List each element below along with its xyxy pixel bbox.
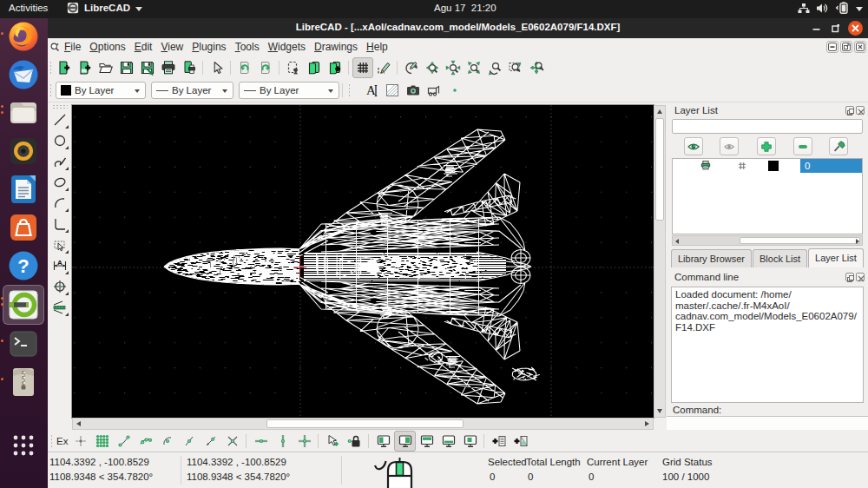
command-input[interactable] — [667, 416, 868, 430]
ellipse-tool[interactable] — [49, 172, 70, 193]
dock-item-firefox[interactable] — [7, 20, 40, 53]
hatch-tool-button[interactable] — [382, 80, 403, 101]
snap-middle-button[interactable] — [178, 431, 200, 452]
menu-plugins[interactable]: Plugins — [187, 38, 230, 56]
add-layer-widget-button[interactable] — [510, 431, 531, 452]
new-drawing-button[interactable] — [54, 57, 75, 78]
command-history[interactable]: Loaded document: /home/master/.cache/.fr… — [671, 287, 864, 403]
restrict-orthogonal-button[interactable] — [293, 431, 315, 452]
grid-toggle-button[interactable] — [352, 57, 373, 78]
scroll-up-icon[interactable] — [657, 109, 662, 114]
canvas-vertical-scrollbar[interactable] — [654, 105, 666, 418]
layer-show-all-button[interactable] — [684, 137, 703, 155]
lock-relative-zero-button[interactable] — [344, 431, 365, 452]
snap-grid-button[interactable] — [91, 431, 113, 452]
point-tool-button[interactable] — [444, 80, 465, 101]
dock-float-icon[interactable] — [845, 106, 854, 115]
menu-widgets[interactable]: Widgets — [264, 38, 310, 56]
layer-table[interactable]: 0 — [672, 158, 863, 234]
linetype-combobox[interactable]: By Layer — [151, 82, 233, 99]
layer-add-button[interactable] — [757, 137, 776, 155]
tray-chevron-down-icon[interactable] — [856, 7, 863, 11]
redo-button[interactable] — [255, 57, 276, 78]
dock-close-icon[interactable] — [856, 273, 865, 281]
tab-layer-list[interactable]: Layer List — [808, 248, 864, 267]
layer-filter-input[interactable] — [672, 119, 863, 134]
tab-library-browser[interactable]: Library Browser — [671, 249, 752, 267]
menu-file[interactable]: File — [60, 38, 85, 56]
snap-entity-button[interactable] — [135, 431, 156, 452]
layer-remove-button[interactable] — [793, 137, 812, 155]
line-tool[interactable] — [49, 109, 70, 130]
open-drawing-button[interactable] — [95, 57, 116, 78]
menu-help[interactable]: Help — [362, 38, 392, 56]
snap-intersection-button[interactable] — [221, 431, 243, 452]
layer-row-0[interactable]: 0 — [673, 159, 862, 173]
menu-view[interactable]: View — [156, 38, 187, 56]
zoom-pan-button[interactable] — [526, 57, 547, 78]
dock-close-icon[interactable] — [856, 106, 865, 115]
circle-tool[interactable] — [49, 130, 70, 151]
system-tray[interactable] — [798, 2, 863, 14]
dock-left-button[interactable] — [372, 431, 394, 452]
cad-canvas[interactable] — [72, 105, 654, 418]
layer-hide-all-button[interactable] — [720, 137, 739, 155]
zoom-window-button[interactable] — [505, 57, 526, 78]
menu-edit[interactable]: Edit — [130, 38, 157, 56]
spline-tool[interactable] — [49, 151, 70, 172]
dimension-tool[interactable]: A — [49, 255, 70, 276]
scroll-right-icon[interactable] — [856, 239, 859, 244]
activities-button[interactable]: Activities — [9, 3, 48, 13]
mdi-minimize-button[interactable] — [826, 41, 838, 53]
layer-list-hscrollbar[interactable] — [672, 235, 863, 246]
dock-item-help[interactable]: ? — [7, 249, 40, 282]
tab-block-list[interactable]: Block List — [753, 249, 807, 267]
scroll-left-icon[interactable] — [675, 239, 679, 244]
mdi-restore-button[interactable] — [840, 41, 852, 53]
save-button[interactable] — [116, 57, 137, 78]
arc-tool[interactable] — [49, 193, 70, 214]
block-insert-button[interactable] — [424, 80, 444, 101]
dock-item-archive-manager[interactable] — [7, 366, 40, 399]
dock-item-files[interactable] — [7, 96, 40, 129]
window-titlebar[interactable]: LibreCAD - [...xAoI/cadnav.com_model/Mod… — [48, 18, 868, 38]
color-combobox[interactable]: By Layer — [56, 82, 146, 99]
dock-item-libreoffice-writer[interactable] — [7, 173, 40, 206]
restrict-vertical-button[interactable] — [272, 431, 293, 452]
selection-pointer-button[interactable] — [207, 57, 227, 78]
paste-button[interactable] — [325, 57, 345, 78]
add-command-widget-button[interactable] — [488, 431, 510, 452]
dock-item-show-applications[interactable] — [7, 429, 40, 462]
layer-name-cell[interactable]: 0 — [800, 159, 862, 173]
clock[interactable]: Agu 17 21:20 — [434, 3, 496, 13]
new-from-template-button[interactable] — [75, 57, 95, 78]
snap-distance-button[interactable] — [200, 431, 221, 452]
snap-free-button[interactable] — [69, 431, 91, 452]
linewidth-combobox[interactable]: By Layer — [239, 82, 339, 99]
snap-center-button[interactable] — [156, 431, 178, 452]
text-tool-button[interactable]: A — [361, 80, 382, 101]
restrict-horizontal-button[interactable] — [250, 431, 272, 452]
window-close-button[interactable] — [848, 21, 863, 36]
canvas-horizontal-scrollbar[interactable] — [72, 418, 654, 430]
dock-bottom-button[interactable] — [437, 431, 459, 452]
layer-print-cell[interactable] — [688, 160, 723, 172]
set-relative-zero-button[interactable] — [322, 431, 344, 452]
scroll-right-icon[interactable] — [645, 421, 649, 426]
cut-button[interactable] — [283, 57, 304, 78]
topbar-app-menu[interactable]: LibreCAD — [67, 2, 142, 14]
layer-edit-button[interactable] — [829, 137, 848, 155]
layer-color-cell[interactable] — [761, 161, 800, 171]
scroll-left-icon[interactable] — [76, 421, 81, 426]
select-tool[interactable] — [49, 234, 70, 255]
dock-float-button[interactable] — [459, 431, 481, 452]
undo-button[interactable] — [234, 57, 255, 78]
print-button[interactable] — [158, 57, 179, 78]
copy-button[interactable] — [304, 57, 325, 78]
layer-construction-cell[interactable] — [723, 160, 761, 172]
print-preview-button[interactable] — [179, 57, 200, 78]
zoom-out-button[interactable] — [443, 57, 464, 78]
zoom-auto-button[interactable] — [464, 57, 484, 78]
dock-right-button[interactable] — [394, 431, 416, 452]
menu-drawings[interactable]: Drawings — [310, 38, 362, 56]
